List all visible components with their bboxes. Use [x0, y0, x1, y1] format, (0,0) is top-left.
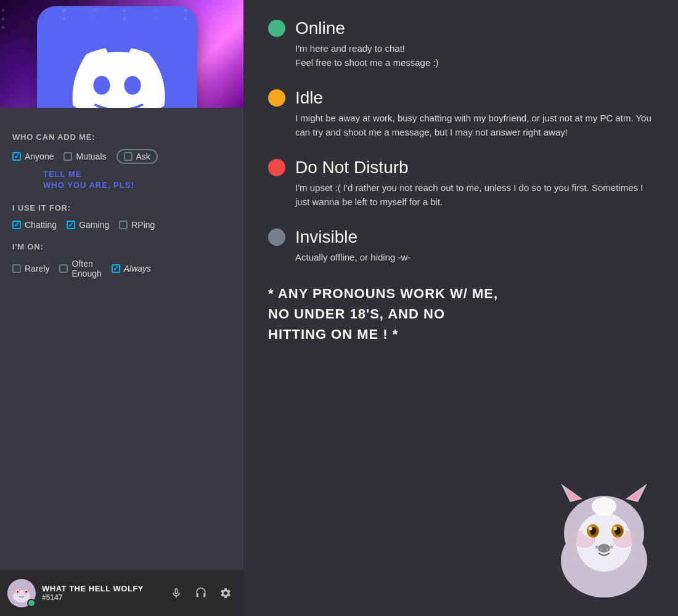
online-content: Online I'm here and ready to chat!Feel f… [295, 18, 439, 70]
settings-button[interactable] [215, 583, 236, 604]
online-status-indicator [27, 599, 36, 607]
svg-point-29 [600, 548, 602, 551]
svg-point-28 [595, 546, 598, 549]
always-label: Always [124, 264, 151, 274]
invisible-desc: Actually offline, or hiding -w- [295, 251, 410, 265]
rarely-checkbox[interactable] [12, 264, 21, 273]
tell-me-note: TELL MEWHO YOU ARE, PLS! [43, 169, 231, 191]
profile-banner [0, 0, 243, 108]
rarely-label: Rarely [25, 264, 49, 274]
gaming-label: Gaming [79, 220, 109, 230]
discriminator: #5147 [42, 593, 160, 602]
mic-icon [170, 587, 182, 599]
always-checkbox[interactable]: ✓ [112, 264, 120, 273]
headphones-button[interactable] [190, 583, 211, 604]
headphones-icon [195, 587, 207, 599]
pronouns-note: * Any Pronouns Work W/ Me, No Under 18's… [268, 283, 653, 344]
gaming-option[interactable]: ✓ Gaming [67, 220, 109, 230]
discord-svg-icon [68, 31, 166, 108]
dnd-name: Do Not Disturb [295, 158, 653, 177]
user-info: WHAT THE HELL WOLFY #5147 [42, 584, 160, 602]
anyone-checkbox[interactable]: ✓ [12, 152, 21, 161]
profile-section: WHO CAN ADD ME: ✓ Anyone Mutuals Ask TEL [0, 108, 243, 570]
anyone-option[interactable]: ✓ Anyone [12, 152, 54, 161]
left-panel: WHO CAN ADD ME: ✓ Anyone Mutuals Ask TEL [0, 0, 243, 616]
chatting-checkmark: ✓ [14, 221, 20, 229]
rping-label: RPing [131, 220, 155, 230]
use-for-section: I USE IT FOR: ✓ Chatting ✓ Gaming RPing [12, 203, 231, 230]
always-option[interactable]: ✓ Always [112, 264, 151, 274]
settings-icon [219, 587, 232, 599]
right-panel: Online I'm here and ready to chat!Feel f… [243, 0, 678, 616]
online-desc: I'm here and ready to chat!Feel free to … [295, 42, 439, 70]
dnd-status-item: Do Not Disturb I'm upset :( I'd rather y… [268, 158, 653, 209]
always-checkmark: ✓ [113, 265, 119, 272]
mutuals-label: Mutuals [76, 152, 106, 161]
microphone-button[interactable] [166, 583, 187, 604]
svg-point-25 [589, 527, 592, 530]
who-can-add-options: ✓ Anyone Mutuals Ask [12, 149, 231, 164]
invisible-name: Invisible [295, 227, 410, 247]
idle-content: Idle I might be away at work, busy chatt… [295, 88, 653, 139]
ask-badge[interactable]: Ask [116, 149, 158, 164]
svg-point-6 [17, 591, 18, 593]
im-on-options: Rarely OftenEnough ✓ Always [12, 259, 231, 278]
wolf-sticker [542, 480, 666, 604]
anyone-check-mark: ✓ [14, 153, 20, 160]
chatting-option[interactable]: ✓ Chatting [12, 220, 57, 230]
invisible-content: Invisible Actually offline, or hiding -w… [295, 227, 410, 265]
use-for-options: ✓ Chatting ✓ Gaming RPing [12, 220, 231, 230]
svg-point-30 [606, 548, 608, 551]
chatting-label: Chatting [25, 220, 57, 230]
chatting-checkbox[interactable]: ✓ [12, 221, 21, 229]
who-can-add-label: WHO CAN ADD ME: [12, 132, 231, 142]
ask-label: Ask [136, 152, 150, 161]
rping-option[interactable]: RPing [119, 220, 155, 230]
im-on-section: I'M ON: Rarely OftenEnough ✓ Always [12, 242, 231, 278]
ask-checkbox[interactable] [124, 152, 133, 161]
often-label: OftenEnough [71, 259, 101, 278]
dnd-dot [268, 159, 285, 176]
rarely-option[interactable]: Rarely [12, 264, 49, 274]
often-checkbox[interactable] [59, 264, 68, 273]
im-on-label: I'M ON: [12, 242, 231, 251]
svg-point-26 [613, 527, 617, 530]
username: WHAT THE HELL WOLFY [42, 584, 160, 593]
online-dot [268, 20, 285, 37]
mutuals-option[interactable]: Mutuals [63, 152, 106, 161]
who-can-add-section: WHO CAN ADD ME: ✓ Anyone Mutuals Ask TEL [12, 132, 231, 191]
idle-dot [268, 89, 285, 107]
invisible-dot [268, 229, 285, 246]
discord-logo-box [37, 6, 197, 108]
dnd-desc: I'm upset :( I'd rather you not reach ou… [295, 181, 653, 209]
user-controls [166, 583, 236, 604]
anyone-label: Anyone [25, 152, 54, 161]
avatar-wrap [7, 579, 36, 607]
gaming-checkbox[interactable]: ✓ [67, 221, 75, 229]
mutuals-checkbox[interactable] [63, 152, 72, 161]
use-for-label: I USE IT FOR: [12, 203, 231, 213]
idle-name: Idle [295, 88, 653, 108]
svg-point-32 [592, 497, 616, 516]
gaming-checkmark: ✓ [68, 221, 74, 229]
svg-point-7 [25, 591, 27, 593]
idle-desc: I might be away at work, busy chatting w… [295, 111, 653, 139]
svg-point-31 [610, 546, 613, 549]
svg-point-27 [598, 544, 610, 553]
online-name: Online [295, 18, 439, 38]
dnd-content: Do Not Disturb I'm upset :( I'd rather y… [295, 158, 653, 209]
invisible-status-item: Invisible Actually offline, or hiding -w… [268, 227, 653, 265]
user-bar: WHAT THE HELL WOLFY #5147 [0, 570, 243, 616]
wolf-face-svg [542, 480, 666, 604]
rping-checkbox[interactable] [119, 221, 128, 229]
online-status-item: Online I'm here and ready to chat!Feel f… [268, 18, 653, 70]
often-option[interactable]: OftenEnough [59, 259, 101, 278]
idle-status-item: Idle I might be away at work, busy chatt… [268, 88, 653, 139]
